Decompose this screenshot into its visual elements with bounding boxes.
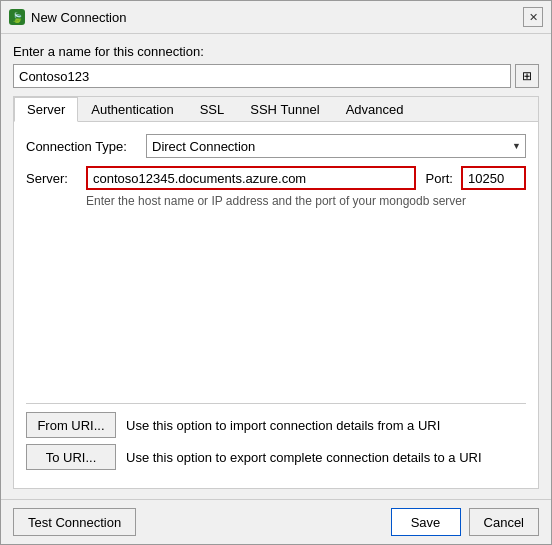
name-row: ⊞ bbox=[13, 64, 539, 88]
connection-type-select[interactable]: Direct Connection Replica Set Sharded Cl… bbox=[146, 134, 526, 158]
server-tab-content: Connection Type: Direct Connection Repli… bbox=[14, 122, 538, 488]
save-button[interactable]: Save bbox=[391, 508, 461, 536]
title-bar-left: 🍃 New Connection bbox=[9, 9, 126, 25]
tab-advanced[interactable]: Advanced bbox=[333, 97, 417, 122]
server-hint: Enter the host name or IP address and th… bbox=[86, 194, 526, 208]
tabs-container: Server Authentication SSL SSH Tunnel Adv… bbox=[13, 96, 539, 489]
bottom-bar: Test Connection Save Cancel bbox=[1, 499, 551, 544]
to-uri-desc: Use this option to export complete conne… bbox=[126, 450, 482, 465]
server-row: Server: Port: bbox=[26, 166, 526, 190]
app-icon: 🍃 bbox=[9, 9, 25, 25]
close-button[interactable]: ✕ bbox=[523, 7, 543, 27]
to-uri-row: To URI... Use this option to export comp… bbox=[26, 444, 526, 470]
connection-type-label: Connection Type: bbox=[26, 139, 146, 154]
connection-type-wrapper: Direct Connection Replica Set Sharded Cl… bbox=[146, 134, 526, 158]
name-icon-button[interactable]: ⊞ bbox=[515, 64, 539, 88]
connection-name-input[interactable] bbox=[13, 64, 511, 88]
divider-1 bbox=[26, 403, 526, 404]
tab-server[interactable]: Server bbox=[14, 97, 78, 122]
dialog-title: New Connection bbox=[31, 10, 126, 25]
tab-authentication[interactable]: Authentication bbox=[78, 97, 186, 122]
connection-type-row: Connection Type: Direct Connection Repli… bbox=[26, 134, 526, 158]
title-bar: 🍃 New Connection ✕ bbox=[1, 1, 551, 34]
server-input[interactable] bbox=[86, 166, 416, 190]
port-input[interactable] bbox=[461, 166, 526, 190]
cancel-button[interactable]: Cancel bbox=[469, 508, 539, 536]
from-uri-button[interactable]: From URI... bbox=[26, 412, 116, 438]
tab-ssh-tunnel[interactable]: SSH Tunnel bbox=[237, 97, 332, 122]
tabs-header: Server Authentication SSL SSH Tunnel Adv… bbox=[14, 97, 538, 122]
from-uri-row: From URI... Use this option to import co… bbox=[26, 412, 526, 438]
port-label: Port: bbox=[426, 171, 453, 186]
right-buttons: Save Cancel bbox=[391, 508, 539, 536]
test-connection-button[interactable]: Test Connection bbox=[13, 508, 136, 536]
server-label: Server: bbox=[26, 171, 86, 186]
to-uri-button[interactable]: To URI... bbox=[26, 444, 116, 470]
dialog-body: Enter a name for this connection: ⊞ Serv… bbox=[1, 34, 551, 499]
connection-name-label: Enter a name for this connection: bbox=[13, 44, 539, 59]
new-connection-dialog: 🍃 New Connection ✕ Enter a name for this… bbox=[0, 0, 552, 545]
tab-ssl[interactable]: SSL bbox=[187, 97, 238, 122]
from-uri-desc: Use this option to import connection det… bbox=[126, 418, 440, 433]
